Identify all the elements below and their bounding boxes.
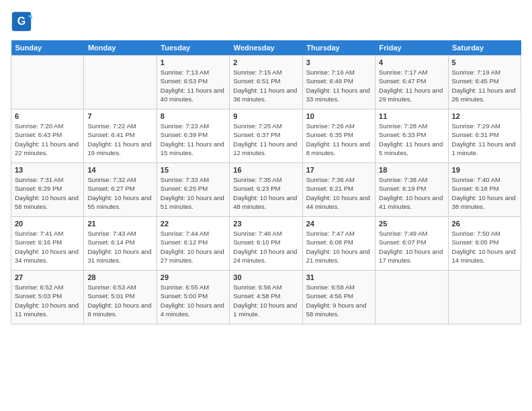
- day-number: 11: [379, 112, 444, 120]
- calendar-day: 22Sunrise: 7:44 AM Sunset: 6:12 PM Dayli…: [157, 217, 229, 271]
- calendar-day: 29Sunrise: 6:55 AM Sunset: 5:00 PM Dayli…: [157, 271, 229, 324]
- day-info: Sunrise: 7:43 AM Sunset: 6:14 PM Dayligh…: [87, 229, 152, 265]
- day-info: Sunrise: 6:55 AM Sunset: 5:00 PM Dayligh…: [161, 283, 226, 318]
- calendar-week-3: 13Sunrise: 7:31 AM Sunset: 6:29 PM Dayli…: [11, 163, 521, 217]
- day-info: Sunrise: 6:53 AM Sunset: 5:01 PM Dayligh…: [87, 283, 152, 318]
- day-info: Sunrise: 7:15 AM Sunset: 6:51 PM Dayligh…: [233, 68, 298, 103]
- day-number: 26: [452, 220, 517, 228]
- calendar-day: [375, 271, 448, 324]
- calendar-day: 4Sunrise: 7:17 AM Sunset: 6:47 PM Daylig…: [375, 56, 448, 109]
- svg-text:G: G: [17, 15, 26, 27]
- calendar-day: 12Sunrise: 7:29 AM Sunset: 6:31 PM Dayli…: [448, 109, 521, 163]
- day-number: 31: [306, 273, 371, 281]
- calendar-day: 30Sunrise: 6:56 AM Sunset: 4:58 PM Dayli…: [230, 271, 302, 324]
- calendar-day: 27Sunrise: 6:52 AM Sunset: 5:03 PM Dayli…: [11, 271, 84, 324]
- day-number: 13: [15, 166, 80, 174]
- day-info: Sunrise: 7:33 AM Sunset: 6:25 PM Dayligh…: [161, 175, 226, 211]
- day-info: Sunrise: 7:26 AM Sunset: 6:35 PM Dayligh…: [306, 122, 371, 157]
- calendar-day: 16Sunrise: 7:35 AM Sunset: 6:23 PM Dayli…: [230, 163, 302, 217]
- col-header-wednesday: Wednesday: [230, 40, 302, 56]
- day-info: Sunrise: 7:22 AM Sunset: 6:41 PM Dayligh…: [87, 122, 152, 157]
- calendar-day: 26Sunrise: 7:50 AM Sunset: 6:05 PM Dayli…: [448, 217, 521, 271]
- calendar-day: 19Sunrise: 7:40 AM Sunset: 6:18 PM Dayli…: [448, 163, 521, 217]
- day-number: 19: [452, 166, 517, 174]
- day-info: Sunrise: 7:46 AM Sunset: 6:10 PM Dayligh…: [233, 229, 298, 265]
- calendar-day: [84, 56, 157, 109]
- day-number: 17: [306, 166, 371, 174]
- calendar-week-4: 20Sunrise: 7:41 AM Sunset: 6:16 PM Dayli…: [11, 217, 521, 271]
- day-info: Sunrise: 7:19 AM Sunset: 6:45 PM Dayligh…: [452, 68, 517, 103]
- col-header-friday: Friday: [375, 40, 448, 56]
- day-number: 9: [233, 112, 298, 120]
- calendar-week-2: 6Sunrise: 7:20 AM Sunset: 6:43 PM Daylig…: [11, 109, 521, 163]
- calendar-day: 5Sunrise: 7:19 AM Sunset: 6:45 PM Daylig…: [448, 56, 521, 109]
- day-info: Sunrise: 7:32 AM Sunset: 6:27 PM Dayligh…: [87, 175, 152, 211]
- day-info: Sunrise: 7:29 AM Sunset: 6:31 PM Dayligh…: [452, 122, 517, 157]
- day-number: 22: [161, 220, 226, 228]
- day-number: 29: [161, 273, 226, 281]
- day-number: 5: [452, 58, 517, 66]
- calendar-day: 10Sunrise: 7:26 AM Sunset: 6:35 PM Dayli…: [302, 109, 375, 163]
- day-info: Sunrise: 7:20 AM Sunset: 6:43 PM Dayligh…: [15, 122, 80, 157]
- day-info: Sunrise: 7:13 AM Sunset: 6:53 PM Dayligh…: [161, 68, 226, 103]
- day-number: 1: [161, 58, 226, 66]
- calendar-day: 13Sunrise: 7:31 AM Sunset: 6:29 PM Dayli…: [11, 163, 84, 217]
- logo-icon: G: [11, 11, 32, 32]
- col-header-saturday: Saturday: [448, 40, 521, 56]
- calendar-day: 28Sunrise: 6:53 AM Sunset: 5:01 PM Dayli…: [84, 271, 157, 324]
- day-info: Sunrise: 7:17 AM Sunset: 6:47 PM Dayligh…: [379, 68, 444, 103]
- day-number: 14: [87, 166, 152, 174]
- calendar-day: [448, 271, 521, 324]
- calendar-day: 31Sunrise: 6:58 AM Sunset: 4:56 PM Dayli…: [302, 271, 375, 324]
- day-info: Sunrise: 7:40 AM Sunset: 6:18 PM Dayligh…: [452, 175, 517, 211]
- page-header: G: [11, 11, 521, 32]
- day-info: Sunrise: 7:28 AM Sunset: 6:33 PM Dayligh…: [379, 122, 444, 157]
- day-info: Sunrise: 7:47 AM Sunset: 6:08 PM Dayligh…: [306, 229, 371, 265]
- calendar-day: 14Sunrise: 7:32 AM Sunset: 6:27 PM Dayli…: [84, 163, 157, 217]
- day-number: 12: [452, 112, 517, 120]
- day-number: 3: [306, 58, 371, 66]
- day-info: Sunrise: 6:56 AM Sunset: 4:58 PM Dayligh…: [233, 283, 298, 318]
- day-info: Sunrise: 7:36 AM Sunset: 6:21 PM Dayligh…: [306, 175, 371, 211]
- calendar-day: 17Sunrise: 7:36 AM Sunset: 6:21 PM Dayli…: [302, 163, 375, 217]
- col-header-sunday: Sunday: [11, 40, 84, 56]
- col-header-tuesday: Tuesday: [157, 40, 229, 56]
- calendar-day: 2Sunrise: 7:15 AM Sunset: 6:51 PM Daylig…: [230, 56, 302, 109]
- day-info: Sunrise: 7:41 AM Sunset: 6:16 PM Dayligh…: [15, 229, 80, 265]
- calendar-header-row: SundayMondayTuesdayWednesdayThursdayFrid…: [11, 40, 521, 56]
- day-number: 28: [87, 273, 152, 281]
- day-number: 2: [233, 58, 298, 66]
- calendar-week-1: 1Sunrise: 7:13 AM Sunset: 6:53 PM Daylig…: [11, 56, 521, 109]
- day-number: 16: [233, 166, 298, 174]
- day-info: Sunrise: 7:35 AM Sunset: 6:23 PM Dayligh…: [233, 175, 298, 211]
- day-number: 24: [306, 220, 371, 228]
- calendar-day: 8Sunrise: 7:23 AM Sunset: 6:39 PM Daylig…: [157, 109, 229, 163]
- calendar-day: 7Sunrise: 7:22 AM Sunset: 6:41 PM Daylig…: [84, 109, 157, 163]
- col-header-thursday: Thursday: [302, 40, 375, 56]
- calendar-day: 23Sunrise: 7:46 AM Sunset: 6:10 PM Dayli…: [230, 217, 302, 271]
- day-info: Sunrise: 6:52 AM Sunset: 5:03 PM Dayligh…: [15, 283, 80, 318]
- calendar-day: 15Sunrise: 7:33 AM Sunset: 6:25 PM Dayli…: [157, 163, 229, 217]
- calendar-day: 1Sunrise: 7:13 AM Sunset: 6:53 PM Daylig…: [157, 56, 229, 109]
- calendar-day: 24Sunrise: 7:47 AM Sunset: 6:08 PM Dayli…: [302, 217, 375, 271]
- calendar-day: 18Sunrise: 7:38 AM Sunset: 6:19 PM Dayli…: [375, 163, 448, 217]
- logo: G: [11, 11, 35, 32]
- day-number: 23: [233, 220, 298, 228]
- calendar-day: 25Sunrise: 7:49 AM Sunset: 6:07 PM Dayli…: [375, 217, 448, 271]
- day-number: 30: [233, 273, 298, 281]
- day-number: 10: [306, 112, 371, 120]
- day-number: 8: [161, 112, 226, 120]
- day-number: 15: [161, 166, 226, 174]
- calendar-day: [11, 56, 84, 109]
- day-number: 25: [379, 220, 444, 228]
- calendar-day: 3Sunrise: 7:16 AM Sunset: 6:49 PM Daylig…: [302, 56, 375, 109]
- calendar-table: SundayMondayTuesdayWednesdayThursdayFrid…: [11, 40, 521, 324]
- calendar-day: 21Sunrise: 7:43 AM Sunset: 6:14 PM Dayli…: [84, 217, 157, 271]
- day-number: 7: [87, 112, 152, 120]
- day-info: Sunrise: 7:44 AM Sunset: 6:12 PM Dayligh…: [161, 229, 226, 265]
- calendar-day: 9Sunrise: 7:25 AM Sunset: 6:37 PM Daylig…: [230, 109, 302, 163]
- day-info: Sunrise: 7:25 AM Sunset: 6:37 PM Dayligh…: [233, 122, 298, 157]
- day-info: Sunrise: 7:38 AM Sunset: 6:19 PM Dayligh…: [379, 175, 444, 211]
- calendar-day: 6Sunrise: 7:20 AM Sunset: 6:43 PM Daylig…: [11, 109, 84, 163]
- day-number: 18: [379, 166, 444, 174]
